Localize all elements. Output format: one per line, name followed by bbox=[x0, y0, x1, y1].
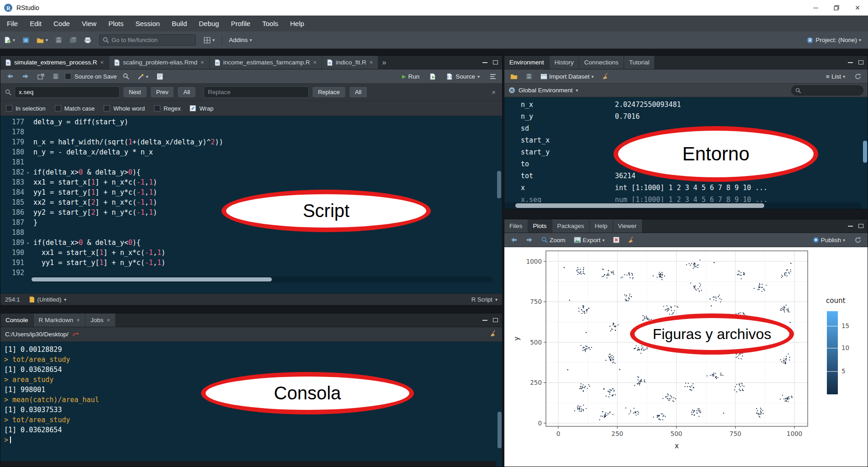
remove-plot-button[interactable] bbox=[611, 235, 622, 245]
replace-button[interactable]: Replace bbox=[312, 86, 346, 98]
scope-selector[interactable]: Global Environment bbox=[519, 87, 573, 94]
source-tab-simulate-extremes-process-r[interactable]: Rsimulate_extremes_process.R× bbox=[0, 56, 109, 69]
pane-maximize-button[interactable] bbox=[493, 318, 498, 322]
tab-close-icon[interactable]: × bbox=[76, 317, 80, 324]
pane-maximize-button[interactable] bbox=[858, 224, 863, 228]
environment-tab-tutorial[interactable]: Tutorial bbox=[624, 56, 655, 69]
new-project-button[interactable]: R bbox=[20, 35, 32, 45]
publish-button[interactable]: Publish ▾ bbox=[810, 235, 847, 245]
forward-button[interactable] bbox=[20, 72, 32, 81]
find-option-regex[interactable]: Regex bbox=[154, 105, 181, 112]
environment-tab-environment[interactable]: Environment bbox=[504, 56, 550, 69]
menu-item-code[interactable]: Code bbox=[48, 16, 76, 32]
goto-file-input[interactable] bbox=[111, 37, 185, 43]
save-all-button[interactable] bbox=[67, 35, 79, 45]
replace-all-button[interactable]: All bbox=[349, 86, 367, 98]
zoom-plot-button[interactable]: Zoom bbox=[539, 235, 568, 245]
new-file-button[interactable]: ▾ bbox=[2, 35, 17, 45]
find-input[interactable] bbox=[15, 86, 120, 98]
open-file-button[interactable]: ▾ bbox=[34, 35, 50, 45]
menu-item-profile[interactable]: Profile bbox=[225, 16, 256, 32]
clear-console-broom-icon[interactable] bbox=[490, 330, 498, 337]
checkbox[interactable] bbox=[104, 105, 110, 111]
find-replace-button[interactable] bbox=[121, 71, 132, 81]
export-plot-button[interactable]: Export ▾ bbox=[572, 235, 607, 245]
goto-file-search[interactable] bbox=[99, 34, 196, 46]
editor-v-scrollbar[interactable] bbox=[497, 171, 501, 198]
pane-minimize-button[interactable] bbox=[848, 62, 853, 63]
clear-environment-broom-icon[interactable] bbox=[600, 71, 612, 82]
menu-item-view[interactable]: View bbox=[76, 16, 102, 32]
checkbox[interactable] bbox=[55, 105, 61, 111]
environment-v-scrollbar[interactable] bbox=[863, 141, 867, 163]
console-tab-console[interactable]: Console bbox=[0, 313, 34, 327]
tab-overflow-button[interactable]: » bbox=[378, 56, 390, 69]
environment-search-box[interactable] bbox=[791, 85, 863, 96]
menu-item-debug[interactable]: Debug bbox=[193, 16, 225, 32]
window-close-button[interactable]: × bbox=[847, 0, 868, 16]
menu-item-tools[interactable]: Tools bbox=[256, 16, 284, 32]
pane-minimize-button[interactable] bbox=[848, 226, 853, 227]
refresh-plot-button[interactable] bbox=[852, 234, 864, 245]
load-workspace-button[interactable] bbox=[508, 71, 520, 81]
menu-item-build[interactable]: Build bbox=[166, 16, 193, 32]
tab-close-icon[interactable]: × bbox=[101, 59, 104, 66]
menu-item-edit[interactable]: Edit bbox=[24, 16, 48, 32]
find-option-match-case[interactable]: Match case bbox=[55, 105, 95, 112]
tab-close-icon[interactable]: × bbox=[313, 59, 317, 66]
code-tools-button[interactable]: ▾ bbox=[135, 71, 151, 82]
menu-item-session[interactable]: Session bbox=[130, 16, 166, 32]
find-close-button[interactable]: × bbox=[492, 88, 498, 96]
project-selector[interactable]: R Project: (None) ▾ bbox=[804, 35, 863, 46]
find-all-button[interactable]: All bbox=[177, 86, 196, 98]
back-button[interactable] bbox=[4, 72, 16, 81]
popout-button[interactable] bbox=[35, 72, 47, 81]
run-button[interactable]: ▶ Run bbox=[399, 72, 423, 81]
environment-variable-row[interactable]: xint [1:1000] 1 2 3 4 5 6 7 8 9 10 ... bbox=[504, 182, 868, 194]
goto-directory-icon[interactable] bbox=[72, 332, 79, 337]
cursor-position[interactable]: 254:1 bbox=[5, 296, 20, 303]
document-selector[interactable]: (Untitled) ▾ bbox=[29, 296, 67, 303]
source-tab-indico-fit-r[interactable]: Rindico_fit.R× bbox=[322, 56, 378, 69]
tab-close-icon[interactable]: × bbox=[370, 59, 373, 66]
compile-report-button[interactable] bbox=[154, 71, 165, 82]
checkbox[interactable] bbox=[154, 105, 160, 111]
previous-plot-button[interactable] bbox=[508, 235, 520, 244]
environment-tab-history[interactable]: History bbox=[550, 56, 579, 69]
source-button[interactable]: Source ▾ bbox=[443, 72, 483, 81]
console-tab-jobs[interactable]: Jobs× bbox=[85, 313, 116, 327]
pane-maximize-button[interactable] bbox=[858, 60, 863, 64]
find-option-whole-word[interactable]: Whole word bbox=[104, 105, 145, 112]
console-h-scrollbar[interactable] bbox=[0, 461, 497, 467]
menu-item-help[interactable]: Help bbox=[284, 16, 310, 32]
source-on-save-option[interactable]: Source on Save bbox=[65, 73, 117, 80]
working-directory[interactable]: C:/Users/ip30/Desktop/ bbox=[5, 331, 69, 338]
import-dataset-button[interactable]: Import Dataset ▾ bbox=[538, 71, 596, 82]
scrollbar-thumb[interactable] bbox=[32, 277, 272, 281]
save-doc-button[interactable] bbox=[50, 71, 61, 81]
plots-tab-files[interactable]: Files bbox=[504, 219, 528, 233]
source-tab-scaling-problem-elias-rmd[interactable]: Rscaling_problem-elias.Rmd× bbox=[109, 56, 209, 69]
clear-plots-broom-icon[interactable] bbox=[625, 234, 638, 245]
plots-tab-plots[interactable]: Plots bbox=[528, 219, 552, 233]
console-tab-r-markdown[interactable]: R Markdown× bbox=[34, 313, 85, 327]
menu-item-plots[interactable]: Plots bbox=[102, 16, 129, 32]
plots-tab-help[interactable]: Help bbox=[590, 219, 613, 233]
environment-tab-connections[interactable]: Connections bbox=[579, 56, 624, 69]
find-option-in-selection[interactable]: In selection bbox=[6, 105, 46, 112]
pane-minimize-button[interactable] bbox=[482, 320, 487, 321]
pane-minimize-button[interactable] bbox=[482, 62, 487, 63]
window-minimize-button[interactable] bbox=[805, 0, 826, 16]
tab-close-icon[interactable]: × bbox=[106, 317, 110, 324]
environment-h-scrollbar[interactable] bbox=[504, 202, 861, 209]
pane-layout-button[interactable]: ▾ bbox=[201, 35, 217, 45]
save-button[interactable] bbox=[53, 35, 64, 45]
plots-tab-viewer[interactable]: Viewer bbox=[613, 219, 642, 233]
checkbox[interactable]: ✓ bbox=[190, 105, 196, 111]
pane-maximize-button[interactable] bbox=[493, 60, 498, 64]
next-plot-button[interactable] bbox=[524, 235, 535, 244]
document-type-selector[interactable]: R Script ▾ bbox=[471, 296, 498, 303]
find-next-button[interactable]: Next bbox=[123, 86, 147, 98]
source-tab-income-estimates-farmcamp-r[interactable]: Rincome_estimates_farmcamp.R× bbox=[210, 56, 322, 69]
save-workspace-button[interactable] bbox=[524, 71, 535, 81]
